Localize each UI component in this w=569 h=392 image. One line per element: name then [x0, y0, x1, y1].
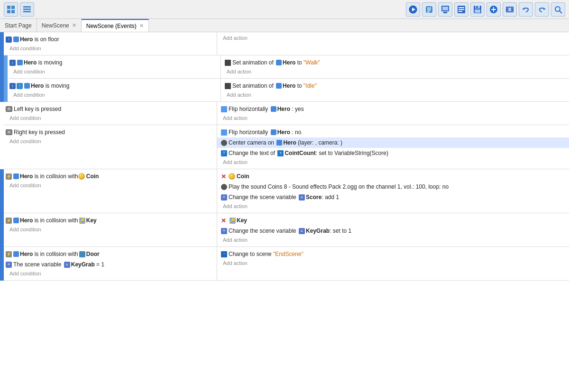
add-action-left-key[interactable]: Add action	[217, 114, 569, 123]
key-label-cond: Key	[86, 217, 97, 225]
condition-hero-coin[interactable]: ⚡ Hero is in collision with Coin	[4, 171, 217, 182]
action-flip-h-no[interactable]: Flip horizontally Hero : no	[217, 127, 569, 137]
redo-button[interactable]	[535, 2, 549, 17]
action-play-sound[interactable]: Play the sound Coins 8 - Sound effects P…	[217, 182, 569, 192]
events-view-button[interactable]	[20, 2, 34, 17]
add-condition-moving1[interactable]: Add condition	[8, 68, 220, 76]
action-cam-text: Center camera on Hero (layer: , camera: …	[229, 139, 342, 147]
svg-rect-0	[7, 6, 10, 9]
add-action-door[interactable]: Add action	[217, 259, 569, 268]
scene-icon-action: →	[221, 251, 227, 257]
hero-icon-coin	[13, 173, 19, 179]
floor-icon: ↑	[6, 36, 12, 43]
search-button[interactable]	[551, 2, 565, 17]
action-flip-h-yes[interactable]: Flip horizontally Hero : yes	[217, 104, 569, 114]
svg-rect-6	[23, 11, 31, 12]
anim-icon1	[225, 60, 231, 66]
add-action-key-item[interactable]: Add action	[217, 236, 569, 245]
add-action-right-key[interactable]: Add action	[217, 158, 569, 167]
add-action-moving2[interactable]: Add action	[221, 91, 569, 100]
tab-start-page[interactable]: Start Page	[0, 19, 37, 32]
action-change-score[interactable]: ≡ Change the scene variable ≡Score: add …	[217, 192, 569, 202]
add-action-coin[interactable]: Add action	[217, 202, 569, 211]
coin-icon-cond	[78, 173, 85, 180]
condition-hero-floor[interactable]: ↑ Hero is on floor	[4, 34, 217, 45]
scene-editor-button[interactable]	[438, 2, 452, 17]
action-change-text-cointcount[interactable]: T Change the text of TCointCount: set to…	[217, 148, 569, 158]
actions-coin: ✕ Coin Play the sound Coins 8 - Sound ef…	[217, 169, 569, 213]
event-row-left-key: A Left key is pressed Add condition Flip…	[0, 102, 569, 125]
condition-scene-var-keygrab[interactable]: ≡ The scene variable ≡KeyGrab = 1	[4, 259, 217, 270]
actions-moving1: Set animation of Hero to "Walk" Add acti…	[221, 55, 569, 78]
collision-icon3: ⚡	[6, 251, 12, 257]
action-keygrab-text: Change the scene variable ≡KeyGrab: set …	[229, 227, 351, 235]
condition-hero-door[interactable]: ⚡ Hero is in collision with Door	[4, 249, 217, 259]
hero-icon-door	[13, 251, 19, 257]
save-button[interactable]	[470, 2, 485, 17]
action-idle-text: Set animation of Hero to "Idle"	[232, 82, 317, 90]
debug-button[interactable]	[422, 2, 436, 17]
condition-floor-text: Hero is on floor	[20, 36, 59, 44]
svg-rect-29	[512, 8, 513, 9]
condition-left-key[interactable]: A Left key is pressed	[4, 104, 217, 114]
hero-icon3	[24, 83, 30, 89]
var-icon-cond-door: ≡	[6, 262, 12, 268]
kbd-icon2: A	[6, 129, 12, 135]
svg-rect-19	[459, 11, 462, 12]
add-action-moving1[interactable]: Add action	[221, 68, 569, 76]
flip-icon1	[221, 106, 227, 112]
add-condition-key-item[interactable]: Add condition	[4, 226, 217, 234]
toolbar-left	[4, 2, 34, 17]
svg-rect-18	[459, 9, 464, 10]
svg-rect-32	[508, 8, 511, 11]
condition-hero-moving-1[interactable]: ↕ Hero is moving	[8, 57, 220, 68]
add-condition-door[interactable]: Add condition	[4, 270, 217, 278]
condition-hero-moving-2[interactable]: ↕ ↑ Hero is moving	[8, 81, 220, 91]
hero-icon-key	[13, 218, 19, 223]
tab-new-scene-events[interactable]: NewScene (Events) ✕	[82, 19, 149, 32]
tab-new-scene[interactable]: NewScene ✕	[37, 19, 82, 32]
tab-start-page-label: Start Page	[5, 22, 32, 29]
key-icon-cond: 🔑	[79, 218, 85, 224]
add-action-floor[interactable]: Add action	[217, 34, 569, 43]
add-condition-coin[interactable]: Add condition	[4, 182, 217, 190]
svg-rect-26	[491, 9, 496, 10]
action-delete-key[interactable]: ✕ 🔑 Key	[217, 215, 569, 226]
move-icon2a: ↕	[9, 83, 16, 89]
add-condition-right-key[interactable]: Add condition	[4, 137, 217, 146]
condition-left-key-text: Left key is pressed	[14, 105, 61, 113]
action-change-scene[interactable]: → Change to scene "EndScene"	[217, 249, 569, 259]
x-icon1: ✕	[221, 173, 227, 180]
action-score-text: Change the scene variable ≡Score: add 1	[229, 193, 339, 201]
condition-right-key[interactable]: A Right key is pressed	[4, 127, 217, 137]
key-icon-del: 🔑	[229, 218, 236, 224]
condition-hero-key-item[interactable]: ⚡ Hero is in collision with 🔑 Key	[4, 215, 217, 226]
film-button[interactable]	[503, 2, 517, 17]
svg-rect-23	[475, 9, 480, 13]
undo-button[interactable]	[519, 2, 533, 17]
add-event-button[interactable]	[486, 2, 501, 17]
action-sound-text: Play the sound Coins 8 - Sound effects P…	[229, 183, 449, 191]
action-set-anim-walk[interactable]: Set animation of Hero to "Walk"	[221, 57, 569, 68]
condition-moving2-text: Hero is moving	[31, 82, 69, 90]
tab-new-scene-events-close[interactable]: ✕	[139, 23, 144, 29]
action-delete-coin[interactable]: ✕ Coin	[217, 171, 569, 182]
no-left-bar1	[0, 102, 4, 125]
action-center-camera[interactable]: Center camera on Hero (layer: , camera: …	[217, 137, 569, 148]
sound-icon	[221, 184, 227, 190]
tab-new-scene-close[interactable]: ✕	[72, 22, 76, 28]
action-change-keygrab[interactable]: ≡ Change the scene variable ≡KeyGrab: se…	[217, 226, 569, 236]
add-condition-floor[interactable]: Add condition	[4, 45, 217, 53]
action-set-anim-idle[interactable]: Set animation of Hero to "Idle"	[221, 81, 569, 91]
actions-floor: Add action	[217, 32, 569, 55]
action-cointcount-text: Change the text of TCointCount: set to V…	[229, 149, 388, 157]
add-condition-moving2[interactable]: Add condition	[8, 91, 220, 100]
scene-view-button[interactable]	[4, 2, 18, 17]
action-flip-no-text: Flip horizontally Hero : no	[229, 128, 301, 137]
play-button[interactable]	[406, 2, 420, 17]
condition-coin-text: Hero is in collision with	[20, 173, 78, 181]
add-condition-left-key[interactable]: Add condition	[4, 114, 217, 123]
toolbar	[0, 0, 569, 19]
events-editor-button[interactable]	[454, 2, 468, 17]
svg-point-35	[555, 7, 560, 11]
